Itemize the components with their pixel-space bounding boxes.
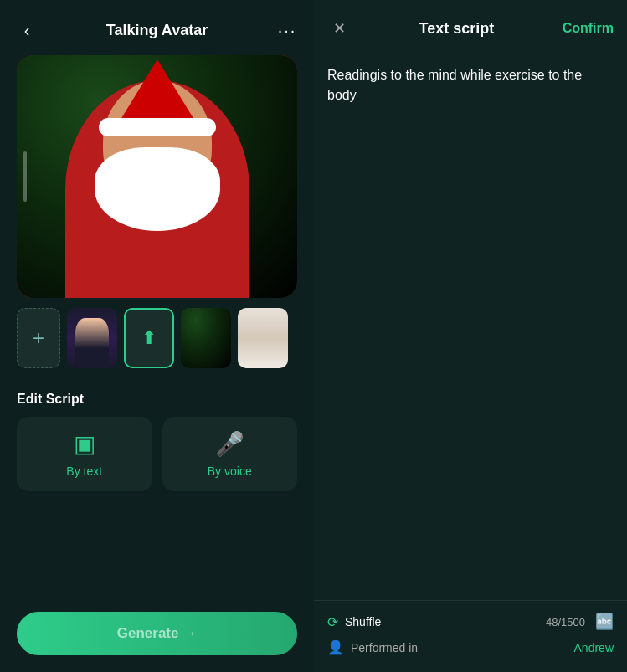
thumbnail-4[interactable]: [238, 308, 288, 368]
thumb-1-figure: [75, 318, 109, 368]
generate-button[interactable]: Generate →: [17, 612, 297, 655]
left-panel: ‹ Talking Avatar ··· + ⬆: [0, 0, 314, 672]
shuffle-label[interactable]: Shuffle: [345, 615, 381, 628]
upload-icon: ⬆: [141, 327, 157, 349]
avatar-preview: [17, 55, 297, 298]
scroll-indicator: [23, 151, 27, 202]
right-panel: ✕ Text script Confirm Readingis to the m…: [314, 0, 627, 672]
add-avatar-button[interactable]: +: [17, 308, 60, 368]
by-text-option[interactable]: ▣ By text: [17, 417, 152, 491]
shuffle-section: ⟳ Shuffle: [327, 614, 381, 630]
text-script-header: ✕ Text script Confirm: [314, 0, 627, 52]
santa-figure: [17, 55, 297, 298]
performed-value[interactable]: Andrew: [574, 641, 614, 654]
performed-row: 👤 Performed in Andrew: [327, 639, 614, 655]
by-voice-label: By voice: [208, 464, 252, 478]
by-voice-option[interactable]: 🎤 By voice: [162, 417, 298, 491]
performed-section: 👤 Performed in: [327, 639, 418, 655]
confirm-button[interactable]: Confirm: [563, 21, 614, 36]
translate-icon[interactable]: 🔤: [595, 613, 614, 631]
more-button[interactable]: ···: [274, 17, 301, 44]
char-count: 48/1500: [546, 616, 585, 628]
text-script-title: Text script: [419, 20, 494, 38]
thumbnail-row: + ⬆: [0, 298, 314, 378]
right-actions: 48/1500 🔤: [546, 613, 614, 631]
by-text-label: By text: [66, 464, 102, 478]
microphone-icon: 🎤: [215, 430, 244, 458]
close-button[interactable]: ✕: [327, 17, 351, 40]
bottom-row-1: ⟳ Shuffle 48/1500 🔤: [327, 613, 614, 631]
avatar-image: [17, 55, 297, 298]
bottom-bar: ⟳ Shuffle 48/1500 🔤 👤 Performed in Andre…: [314, 600, 627, 672]
thumbnail-3[interactable]: [181, 308, 231, 368]
back-button[interactable]: ‹: [13, 17, 40, 44]
santa-beard: [95, 147, 220, 231]
thumbnail-2-selected[interactable]: ⬆: [124, 308, 174, 368]
person-icon: 👤: [327, 639, 344, 655]
generate-label: Generate →: [117, 625, 197, 642]
edit-script-title: Edit Script: [17, 392, 297, 407]
text-icon: ▣: [74, 430, 95, 458]
script-options: ▣ By text 🎤 By voice: [17, 417, 297, 491]
script-content-area[interactable]: Readingis to the mind while exercise to …: [314, 52, 627, 600]
performed-label: Performed in: [351, 641, 418, 654]
santa-hat-band: [99, 118, 216, 136]
page-title: Talking Avatar: [106, 22, 208, 39]
shuffle-icon: ⟳: [327, 614, 338, 630]
top-bar: ‹ Talking Avatar ···: [0, 0, 314, 55]
thumbnail-1[interactable]: [67, 308, 117, 368]
script-text: Readingis to the mind while exercise to …: [327, 65, 614, 105]
edit-script-section: Edit Script ▣ By text 🎤 By voice: [0, 378, 314, 505]
